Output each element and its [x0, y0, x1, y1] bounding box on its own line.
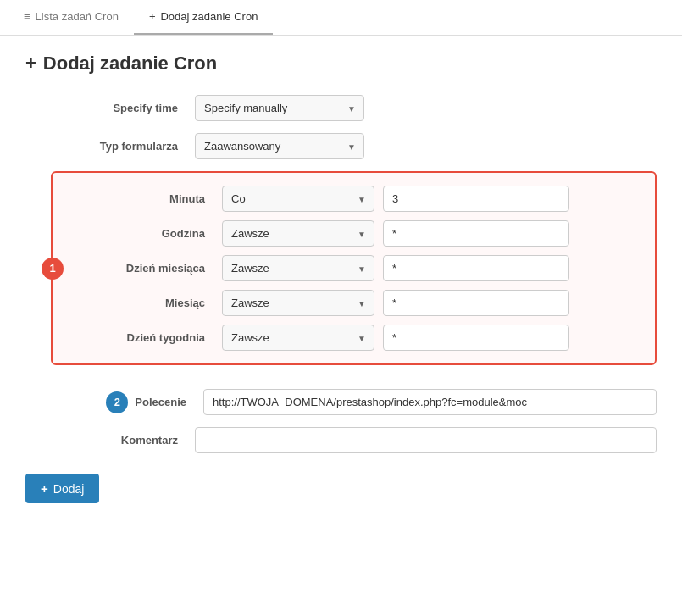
typ-formularza-select[interactable]: Zaawansowany Podstawowy	[195, 133, 364, 159]
polecenie-row: 2 Polecenie	[25, 389, 657, 415]
title-text: Dodaj zadanie Cron	[43, 53, 217, 75]
polecenie-control	[195, 389, 657, 415]
specify-time-row: Specify time Specify manually Every hour…	[25, 95, 657, 121]
dzien-tygodnia-select[interactable]: Zawsze Co Konkretna	[222, 325, 374, 351]
komentarz-label: Komentarz	[25, 434, 195, 447]
tab-list[interactable]: ≡ Lista zadań Cron	[8, 0, 134, 35]
dzien-tygodnia-row: Dzień tygodnia Zawsze Co Konkretna	[53, 325, 642, 351]
miesiac-row: Miesiąc Zawsze Co Konkretna	[53, 290, 642, 316]
tab-add-label: Dodaj zadanie Cron	[160, 10, 258, 23]
miesiac-select-wrapper: Zawsze Co Konkretna	[222, 290, 374, 316]
godzina-input[interactable]	[383, 220, 569, 247]
dzien-miesiaca-input[interactable]	[383, 255, 569, 281]
list-icon: ≡	[24, 10, 30, 23]
dzien-tygodnia-fields: Zawsze Co Konkretna	[222, 325, 642, 351]
page-title: + Dodaj zadanie Cron	[25, 53, 657, 75]
specify-time-select[interactable]: Specify manually Every hour Every day Ev…	[195, 95, 364, 121]
page-content: + Dodaj zadanie Cron Specify time Specif…	[0, 36, 682, 609]
minuta-select[interactable]: Co Zawsze Konkretna	[222, 186, 374, 212]
add-button-label: Dodaj	[53, 482, 85, 496]
cron-badge-container: 1	[42, 258, 64, 280]
plus-tab-icon: +	[149, 10, 156, 23]
polecenie-label: Polecenie	[135, 396, 186, 408]
polecenie-input[interactable]	[203, 389, 657, 415]
dzien-tygodnia-select-wrapper: Zawsze Co Konkretna	[222, 325, 374, 351]
dzien-miesiaca-row: Dzień miesiąca Zawsze Co Konkretna	[53, 255, 642, 281]
polecenie-badge: 2	[106, 391, 128, 413]
tab-list-label: Lista zadań Cron	[36, 10, 119, 23]
komentarz-input[interactable]	[195, 427, 657, 453]
godzina-row: Godzina Zawsze Co Konkretna	[53, 220, 642, 247]
minuta-label: Minuta	[53, 192, 222, 205]
add-button[interactable]: + Dodaj	[25, 474, 99, 503]
specify-time-label: Specify time	[25, 102, 195, 114]
minuta-select-wrapper: Co Zawsze Konkretna	[222, 186, 374, 212]
miesiac-fields: Zawsze Co Konkretna	[222, 290, 642, 316]
typ-formularza-row: Typ formularza Zaawansowany Podstawowy	[25, 133, 657, 159]
miesiac-select[interactable]: Zawsze Co Konkretna	[222, 290, 374, 316]
dzien-miesiaca-fields: Zawsze Co Konkretna	[222, 255, 642, 281]
dzien-miesiaca-select[interactable]: Zawsze Co Konkretna	[222, 255, 374, 281]
add-button-icon: +	[41, 481, 48, 496]
tab-add[interactable]: + Dodaj zadanie Cron	[134, 0, 274, 35]
dzien-miesiaca-label: Dzień miesiąca	[53, 262, 222, 275]
godzina-fields: Zawsze Co Konkretna	[222, 220, 642, 247]
godzina-label: Godzina	[53, 227, 222, 240]
minuta-input[interactable]	[383, 186, 569, 212]
miesiac-label: Miesiąc	[53, 297, 222, 309]
minuta-row: Minuta Co Zawsze Konkretna	[53, 186, 642, 212]
tab-bar: ≡ Lista zadań Cron + Dodaj zadanie Cron	[0, 0, 682, 36]
komentarz-row: Komentarz	[25, 427, 657, 453]
cron-badge: 1	[42, 258, 64, 280]
specify-time-select-wrapper: Specify manually Every hour Every day Ev…	[195, 95, 364, 121]
specify-time-control: Specify manually Every hour Every day Ev…	[195, 95, 657, 121]
page-wrapper: ≡ Lista zadań Cron + Dodaj zadanie Cron …	[0, 0, 682, 616]
dzien-tygodnia-label: Dzień tygodnia	[53, 331, 222, 344]
typ-formularza-label: Typ formularza	[25, 140, 195, 153]
dzien-tygodnia-input[interactable]	[383, 325, 569, 351]
komentarz-control	[195, 427, 657, 453]
typ-formularza-select-wrapper: Zaawansowany Podstawowy	[195, 133, 364, 159]
dzien-miesiaca-select-wrapper: Zawsze Co Konkretna	[222, 255, 374, 281]
minuta-fields: Co Zawsze Konkretna	[222, 186, 642, 212]
cron-section: 1 Minuta Co Zawsze Konkretna	[51, 171, 657, 365]
typ-formularza-control: Zaawansowany Podstawowy	[195, 133, 657, 159]
miesiac-input[interactable]	[383, 290, 569, 316]
title-plus-icon: +	[25, 53, 36, 75]
godzina-select[interactable]: Zawsze Co Konkretna	[222, 220, 374, 247]
godzina-select-wrapper: Zawsze Co Konkretna	[222, 220, 374, 247]
